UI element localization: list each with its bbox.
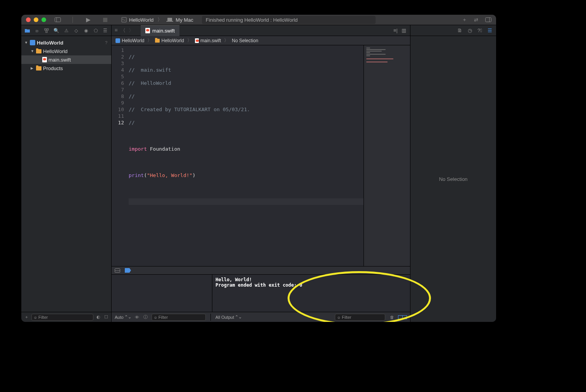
inspector-body: No Selection [410, 36, 496, 322]
disclosure-triangle-icon[interactable]: ▶ [31, 66, 34, 70]
hide-debug-icon[interactable] [115, 268, 120, 273]
source-control-icon[interactable]: ⎄ [34, 28, 40, 33]
debug-pane-toggles[interactable] [398, 315, 407, 319]
group-name: HelloWorld [43, 48, 67, 54]
project-name: HelloWorld [37, 40, 63, 46]
filter-icon: ⌾ [34, 315, 37, 320]
variables-scope-selector[interactable]: Auto ⌃⌄ [115, 315, 131, 320]
add-icon[interactable]: ＋ [24, 315, 29, 320]
symbol-navigator-icon[interactable] [44, 28, 49, 33]
disclosure-triangle-icon[interactable]: ▼ [24, 41, 28, 45]
scope-label: Auto [115, 315, 124, 320]
products-row[interactable]: ▶ Products [21, 64, 111, 72]
maximize-button[interactable] [41, 17, 46, 22]
jump-bar[interactable]: HelloWorld 〉 HelloWorld 〉 main.swift 〉 N… [112, 36, 410, 45]
issue-navigator-icon[interactable]: ⚠ [64, 28, 69, 33]
filter-icon: ⌾ [154, 315, 157, 320]
xcode-window: ▶ HelloWorld 〉 My Mac Finished running H… [21, 15, 496, 322]
recent-icon[interactable]: ◐ [96, 315, 101, 320]
line-number: 4 [112, 67, 124, 73]
filter-icon: ⌾ [338, 315, 340, 320]
variables-filter[interactable]: ⌾ Filter [152, 314, 206, 321]
related-items-icon[interactable]: ⌗ [115, 27, 117, 34]
terminal-icon [121, 17, 127, 22]
library-icon[interactable]: ⇄ [474, 17, 478, 23]
stop-button[interactable] [103, 18, 107, 22]
disclosure-triangle-icon[interactable]: ▼ [31, 49, 34, 53]
titlebar: ▶ HelloWorld 〉 My Mac Finished running H… [21, 15, 496, 25]
minimize-button[interactable] [34, 17, 38, 22]
code-token: // [129, 80, 141, 86]
sidebar-toggle-icon[interactable] [55, 17, 61, 23]
chevron-right-icon: 〉 [147, 37, 152, 44]
report-navigator-icon[interactable]: ☰ [103, 28, 108, 33]
project-icon [115, 38, 120, 43]
line-number: 12 [112, 119, 124, 126]
project-icon [30, 40, 35, 45]
line-number: 5 [112, 73, 124, 80]
line-number: 10 [112, 106, 124, 113]
svg-rect-8 [47, 29, 48, 30]
activity-status[interactable]: Finished running HelloWorld : HelloWorld [202, 16, 376, 24]
filter-placeholder: Filter [342, 315, 351, 320]
folder-icon [36, 66, 41, 70]
run-button[interactable]: ▶ [86, 16, 91, 23]
jump-file-label: main.swift [200, 38, 221, 43]
editor-options-icon[interactable]: ≡| [393, 28, 398, 33]
navigator-filter[interactable]: ⌾ Filter [31, 314, 93, 321]
scheme-selector[interactable]: HelloWorld 〉 My Mac [121, 16, 193, 23]
file-row-main-swift[interactable]: main.swift [21, 55, 111, 64]
trash-icon[interactable]: 🗑 [389, 315, 395, 320]
group-row[interactable]: ▼ HelloWorld [21, 47, 111, 55]
file-name: main.swift [48, 57, 71, 63]
help-icon[interactable]: ? [105, 40, 107, 45]
jump-file[interactable]: main.swift [195, 38, 221, 43]
file-inspector-icon[interactable]: 🗎 [457, 28, 462, 33]
inspector-sidebar: 🗎 ◷ ?⃝ ☰ No Selection [410, 25, 496, 322]
help-inspector-icon[interactable]: ?⃝ [477, 28, 482, 33]
console-filter[interactable]: ⌾ Filter [335, 314, 385, 321]
editor-tabbar: ⌗ 〈 〉 main.swift ≡| ▥ [112, 25, 410, 36]
mac-icon [166, 18, 173, 22]
breakpoint-navigator-icon[interactable]: ⬠ [93, 28, 98, 33]
info-icon[interactable]: ⓘ [143, 315, 148, 320]
minimap[interactable] [364, 45, 410, 266]
console-line: Program ended with exit code: 0 [215, 282, 302, 288]
find-navigator-icon[interactable]: 🔍 [53, 28, 59, 33]
project-navigator-icon[interactable] [24, 28, 30, 33]
editor-area: ⌗ 〈 〉 main.swift ≡| ▥ HelloWorld [112, 25, 410, 322]
plus-icon[interactable]: ＋ [462, 16, 467, 23]
code-token: // [129, 67, 141, 73]
eye-icon[interactable]: 👁 [134, 315, 140, 320]
source-editor[interactable]: 1 2 3 4 5 6 7 8 9 10 11 12 // // main.sw… [112, 45, 364, 266]
close-button[interactable] [26, 17, 31, 22]
jump-group[interactable]: HelloWorld [155, 38, 184, 43]
history-inspector-icon[interactable]: ◷ [468, 28, 472, 33]
breakpoint-toggle-icon[interactable] [125, 268, 131, 273]
chevron-right-icon: 〉 [224, 37, 229, 44]
console-output[interactable]: Hello, World! Program ended with exit co… [212, 275, 410, 312]
editor-tab-main-swift[interactable]: main.swift [141, 25, 179, 36]
project-root-row[interactable]: ▼ HelloWorld ? [21, 38, 111, 47]
titlebar-right: ＋ ⇄ [462, 16, 491, 23]
scm-filter-icon[interactable]: ☐ [103, 315, 109, 320]
svg-rect-3 [167, 18, 172, 21]
inspector-toggle-icon[interactable] [485, 17, 491, 22]
add-editor-icon[interactable]: ▥ [402, 28, 406, 33]
code-token: HelloWorld [141, 80, 171, 86]
svg-rect-2 [122, 17, 126, 22]
inspector-tabs: 🗎 ◷ ?⃝ ☰ [410, 25, 496, 36]
test-navigator-icon[interactable]: ◇ [74, 28, 79, 33]
debug-area: Hello, World! Program ended with exit co… [112, 275, 410, 312]
jump-project[interactable]: HelloWorld [115, 38, 144, 43]
svg-rect-5 [486, 18, 491, 22]
variables-view[interactable] [112, 275, 212, 312]
code-token: ) [192, 172, 195, 178]
attributes-inspector-icon[interactable]: ☰ [488, 28, 492, 33]
forward-icon[interactable]: 〉 [129, 27, 134, 34]
back-icon[interactable]: 〈 [121, 27, 126, 34]
code-content[interactable]: // // main.swift // HelloWorld // // Cre… [127, 45, 364, 266]
output-scope-selector[interactable]: All Output ⌃⌄ [215, 315, 242, 320]
separator [72, 17, 73, 23]
debug-navigator-icon[interactable]: ◉ [83, 28, 89, 33]
